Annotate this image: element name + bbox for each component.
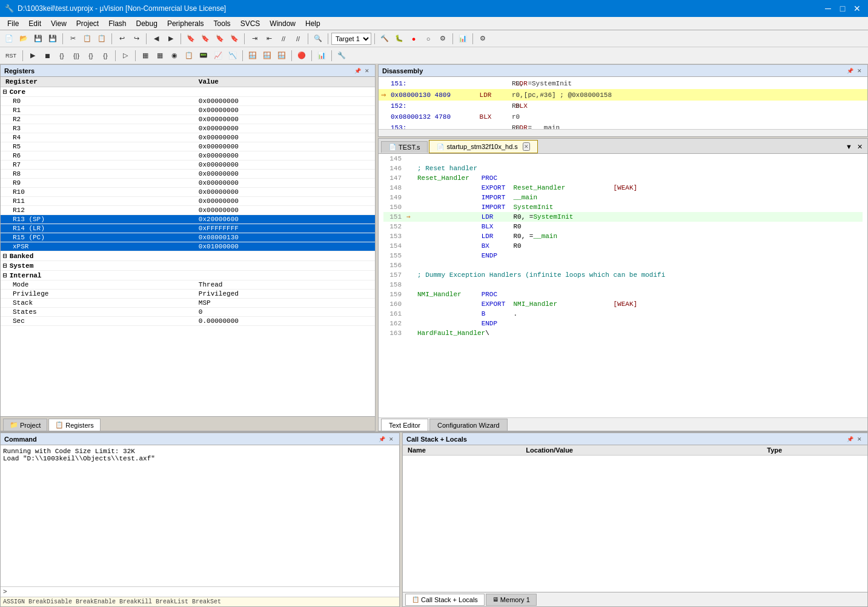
menu-help[interactable]: Help <box>300 18 325 29</box>
menu-file[interactable]: File <box>2 18 24 29</box>
registers-close[interactable]: ✕ <box>363 67 371 75</box>
tb-step[interactable]: {} <box>55 49 68 62</box>
tb-settings[interactable]: ⚙ <box>436 32 449 45</box>
tb-mem2[interactable]: ▦ <box>153 49 167 62</box>
tb-watch[interactable]: ◉ <box>168 49 181 62</box>
tb-paste[interactable]: 📋 <box>95 32 108 45</box>
reg-name: Sec <box>1 317 194 326</box>
menu-svcs[interactable]: SVCS <box>236 18 265 29</box>
menu-window[interactable]: Window <box>265 18 300 29</box>
menu-peripherals[interactable]: Peripherals <box>162 18 209 29</box>
tb-run[interactable]: ● <box>407 32 420 45</box>
command-input-area[interactable]: > <box>1 586 399 597</box>
tb-save[interactable]: 💾 <box>31 32 45 45</box>
tab-registers[interactable]: 📋 Registers <box>48 419 100 431</box>
tb-step4[interactable]: {} <box>99 49 112 62</box>
tb-serial[interactable]: 📟 <box>197 49 210 62</box>
disasm-hscroll[interactable] <box>379 129 867 136</box>
tb-redo[interactable]: ↪ <box>130 32 143 45</box>
toolbar2-sep-7 <box>331 50 332 61</box>
tb-win1[interactable]: 🪟 <box>246 49 259 62</box>
tb-dbg[interactable]: 🐛 <box>393 32 406 45</box>
tb-mem1[interactable]: ▦ <box>139 49 152 62</box>
editor-code-area[interactable]: 145 146 ; Reset handler147 Reset_Handler… <box>379 154 867 417</box>
tb-perf[interactable]: 🔴 <box>295 49 308 62</box>
tb-win3[interactable]: 🪟 <box>275 49 288 62</box>
tb-uncomment[interactable]: // <box>291 32 305 45</box>
tb-comment[interactable]: // <box>277 32 290 45</box>
disassembly-close[interactable]: ✕ <box>855 67 864 75</box>
cs-tab-callstack[interactable]: 📋 Call Stack + Locals <box>405 594 485 606</box>
editor-wizard-tab[interactable]: Configuration Wizard <box>429 419 508 431</box>
editor-tab-test[interactable]: 📄 TEST.s <box>381 141 428 153</box>
tb-forward[interactable]: ▶ <box>164 32 177 45</box>
title-bar-left: 🔧 D:\1003keil\test.uvprojx - µVision [No… <box>5 4 226 13</box>
reg-row: xPSR0x01000000 <box>1 242 375 251</box>
reg-row: R90x00000000 <box>1 179 375 188</box>
tb-extra[interactable]: ⚙ <box>476 32 489 45</box>
maximize-button[interactable]: □ <box>837 2 849 15</box>
menu-view[interactable]: View <box>46 18 71 29</box>
tb-indent[interactable]: ⇥ <box>248 32 261 45</box>
disasm-ops-0: R0, =SystemInit <box>512 80 572 87</box>
tb-bookmark1[interactable]: 🔖 <box>184 32 197 45</box>
cs-tab-memory[interactable]: 🖥 Memory 1 <box>486 594 537 606</box>
tb-back[interactable]: ◀ <box>150 32 163 45</box>
tb-undo[interactable]: ↩ <box>115 32 128 45</box>
reg-value: 0x00000000 <box>194 197 375 206</box>
tb-new[interactable]: 📄 <box>2 32 16 45</box>
tb-win2[interactable]: 🪟 <box>260 49 274 62</box>
editor-tab-close[interactable]: ✕ <box>523 142 530 151</box>
registers-pin[interactable]: 📌 <box>353 67 362 75</box>
title-bar-controls[interactable]: ─ □ ✕ <box>822 2 863 15</box>
tb-step3[interactable]: {} <box>84 49 98 62</box>
tb-open[interactable]: 📂 <box>17 32 30 45</box>
tb-tools2[interactable]: 🔧 <box>335 49 348 62</box>
tb-bookmark3[interactable]: 🔖 <box>213 32 227 45</box>
menu-edit[interactable]: Edit <box>24 18 46 29</box>
menu-tools[interactable]: Tools <box>209 18 236 29</box>
tb-bookmark4[interactable]: 🔖 <box>228 32 241 45</box>
disassembly-content: 151: LDR R0, =SystemInit ⇒ 0x08000130 48… <box>379 77 867 129</box>
menu-flash[interactable]: Flash <box>104 18 131 29</box>
menu-debug[interactable]: Debug <box>131 18 162 29</box>
command-close[interactable]: ✕ <box>387 435 396 443</box>
tb-bookmark2[interactable]: 🔖 <box>199 32 212 45</box>
autocomplete-text: ASSIGN BreakDisable BreakEnable BreakKil… <box>3 599 221 605</box>
tb-target-select[interactable]: Target 1 <box>331 33 371 45</box>
tb-debug-win[interactable]: 📊 <box>456 32 469 45</box>
tb-stop2[interactable]: ⏹ <box>41 49 54 62</box>
tb-save2[interactable]: 💾 <box>46 32 59 45</box>
menu-project[interactable]: Project <box>71 18 104 29</box>
tb-cut[interactable]: ✂ <box>66 32 79 45</box>
tb-stop[interactable]: ○ <box>422 32 435 45</box>
tb-exec[interactable]: ▷ <box>119 49 132 62</box>
editor-tab-startup[interactable]: 📄 startup_stm32f10x_hd.s ✕ <box>429 140 537 153</box>
tb-run2[interactable]: ▶ <box>26 49 39 62</box>
tb-logic[interactable]: 📊 <box>315 49 328 62</box>
disassembly-pin[interactable]: 📌 <box>846 67 854 75</box>
tb-find[interactable]: 🔍 <box>311 32 325 45</box>
close-button[interactable]: ✕ <box>851 2 863 15</box>
editor-tab-arrow[interactable]: ▼ <box>843 142 855 151</box>
tb-unindent[interactable]: ⇤ <box>262 32 276 45</box>
title-text: D:\1003keil\test.uvprojx - µVision [Non-… <box>18 4 226 13</box>
tab-project[interactable]: 📁 Project <box>3 419 47 431</box>
tb-regs[interactable]: 📋 <box>182 49 196 62</box>
tb-build[interactable]: 🔨 <box>378 32 391 45</box>
tb-copy[interactable]: 📋 <box>81 32 94 45</box>
tb-analysis[interactable]: 📈 <box>211 49 225 62</box>
command-pin[interactable]: 📌 <box>377 435 386 443</box>
callstack-header-row: Name Location/Value Type <box>403 445 867 456</box>
tb-step2[interactable]: {|} <box>70 49 83 62</box>
callstack-pin[interactable]: 📌 <box>846 435 854 443</box>
reg-group-core: ⊟Core <box>1 87 375 97</box>
tb-rst[interactable]: RST <box>2 49 19 62</box>
editor-text-tab[interactable]: Text Editor <box>381 419 428 431</box>
tb-trace[interactable]: 📉 <box>226 49 239 62</box>
callstack-close[interactable]: ✕ <box>855 435 864 443</box>
cs-tab-label: Call Stack + Locals <box>421 596 478 603</box>
toolbar-sep-10 <box>472 33 473 44</box>
editor-tab-x[interactable]: ✕ <box>855 142 865 152</box>
minimize-button[interactable]: ─ <box>822 2 834 15</box>
